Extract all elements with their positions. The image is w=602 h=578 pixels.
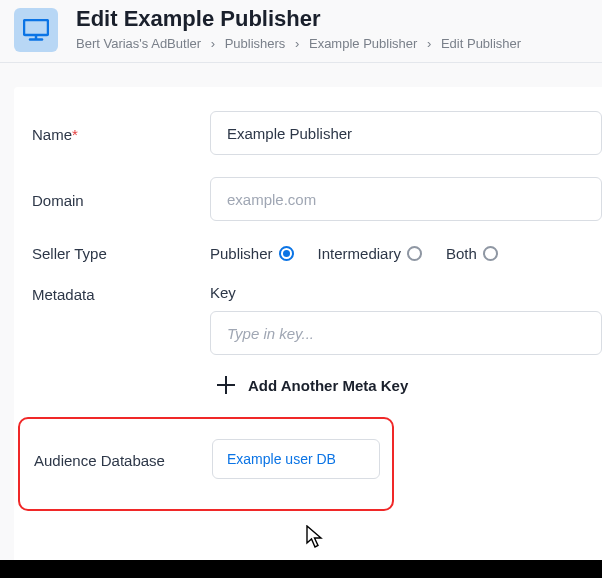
breadcrumb-item[interactable]: Bert Varias's AdButler	[76, 36, 201, 51]
audience-db-highlight: Audience Database Example user DB	[18, 417, 394, 511]
chevron-right-icon: ›	[427, 36, 431, 51]
domain-input[interactable]	[210, 177, 602, 221]
metadata-label: Metadata	[32, 284, 210, 303]
breadcrumb-item[interactable]: Example Publisher	[309, 36, 417, 51]
radio-publisher[interactable]: Publisher	[210, 245, 294, 262]
breadcrumb: Bert Varias's AdButler › Publishers › Ex…	[76, 36, 588, 51]
audience-db-label: Audience Database	[34, 450, 212, 469]
page-header: Edit Example Publisher Bert Varias's AdB…	[0, 0, 602, 63]
metadata-key-label: Key	[210, 284, 602, 301]
row-name: Name*	[32, 111, 602, 155]
radio-dot-icon	[279, 246, 294, 261]
row-seller-type: Seller Type Publisher Intermediary Both	[32, 243, 602, 262]
svg-rect-0	[24, 20, 48, 35]
bottom-strip	[0, 560, 602, 578]
add-meta-key-button[interactable]: Add Another Meta Key	[216, 375, 602, 395]
radio-dot-icon	[407, 246, 422, 261]
row-domain: Domain	[32, 177, 602, 221]
monitor-icon	[23, 19, 49, 41]
breadcrumb-item: Edit Publisher	[441, 36, 521, 51]
name-input[interactable]	[210, 111, 602, 155]
chevron-right-icon: ›	[295, 36, 299, 51]
domain-label: Domain	[32, 190, 210, 209]
audience-db-select[interactable]: Example user DB	[212, 439, 380, 479]
row-metadata: Metadata Key Add Another Meta Key	[32, 284, 602, 395]
metadata-key-input[interactable]	[210, 311, 602, 355]
publisher-icon	[14, 8, 58, 52]
form-panel: Name* Domain Seller Type Publisher Inter…	[14, 87, 602, 578]
name-label: Name*	[32, 124, 210, 143]
seller-type-label: Seller Type	[32, 243, 210, 262]
radio-both[interactable]: Both	[446, 245, 498, 262]
radio-dot-icon	[483, 246, 498, 261]
row-audience-db: Audience Database Example user DB	[34, 439, 378, 479]
radio-intermediary[interactable]: Intermediary	[318, 245, 422, 262]
seller-type-radio-group: Publisher Intermediary Both	[210, 243, 602, 262]
page-title: Edit Example Publisher	[76, 6, 588, 32]
breadcrumb-item[interactable]: Publishers	[225, 36, 286, 51]
chevron-right-icon: ›	[211, 36, 215, 51]
plus-icon	[216, 375, 236, 395]
